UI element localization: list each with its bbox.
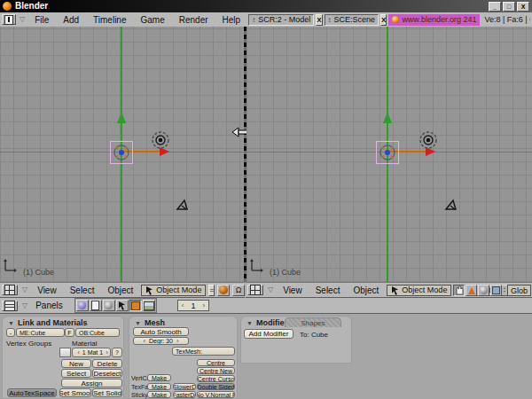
material-help-button[interactable]: ? [112,348,122,357]
mode-selector[interactable]: Object Mode [141,285,206,296]
add-modifier-button[interactable]: Add Modifier [244,329,293,339]
centre-new-button[interactable]: Centre New [197,367,235,374]
editing-context-button[interactable] [129,300,142,311]
shading-context-button[interactable] [103,300,115,311]
draw-type-button[interactable] [217,285,230,296]
header-collapse-icon[interactable]: ▽ [18,16,27,23]
header-collapse-icon[interactable]: ▽ [266,286,275,293]
slower-draw-button[interactable]: SlowerD [173,383,196,390]
material-prev-icon[interactable]: ‹ [77,348,80,356]
camera-icon[interactable] [175,199,190,215]
cube-object-selected[interactable] [110,141,133,164]
menu-object[interactable]: Object [348,286,384,295]
scene-context-button[interactable] [143,300,155,311]
menu-file[interactable]: File [28,15,55,25]
window-type-button[interactable] [2,301,18,311]
centre-button[interactable]: Centre [197,359,235,366]
pivot-button[interactable]: Ω [232,285,245,296]
auto-smooth-toggle[interactable]: Auto Smooth [133,327,189,336]
panel-header[interactable]: ▼ Mesh [135,318,165,327]
vertex-groups-label: Vertex Groups [6,340,51,348]
orientation-selector[interactable]: Glob [507,285,531,296]
mode-selector[interactable]: Object Mode [387,285,451,296]
object-name-field: OB:Cube [75,328,120,337]
object-context-button[interactable] [116,300,129,311]
frame-increment-icon[interactable]: › [202,301,205,309]
manipulator-y-arrow[interactable] [117,112,126,123]
scene-selector[interactable]: ↕ SCE:Scene [325,14,379,26]
texmesh-field[interactable]: TexMesh: [172,347,235,356]
script-context-button[interactable] [90,300,102,311]
screen-selector[interactable]: ↕ SCR:2 - Model [248,14,314,26]
logic-context-button[interactable] [76,300,89,311]
material-new-button[interactable]: New [61,359,91,368]
material-color-swatch[interactable] [59,348,71,357]
scene-close-button[interactable]: X [380,14,387,26]
mesh-datablock-field[interactable]: ME:Cube [16,328,65,337]
degr-slider[interactable]: ‹ Degr: 30 › [133,337,189,345]
window-type-button[interactable] [247,285,263,295]
double-sided-toggle[interactable]: Double Sided [197,383,235,390]
view3d-window-icon [4,285,15,295]
menu-object[interactable]: Object [102,286,138,295]
panel-collapse-icon[interactable]: ▼ [8,320,14,326]
material-select-button[interactable]: Select [61,369,91,378]
frame-number-field[interactable]: ‹ 1 › [177,300,209,311]
menu-add[interactable]: Add [57,15,85,25]
lamp-icon[interactable] [151,130,170,153]
translate-triangle-icon [468,287,475,294]
panel-collapse-icon[interactable]: ▼ [135,320,141,326]
logic-icon [78,301,86,309]
window-type-button[interactable] [2,285,18,295]
menu-help[interactable]: Help [216,15,247,25]
set-solid-button[interactable]: Set Solid [92,388,122,397]
manipulator-hand-toggle[interactable] [453,285,465,296]
faster-draw-button[interactable]: FasterDr [173,391,196,398]
rotate-manipulator-toggle[interactable] [478,285,489,296]
minimize-button[interactable]: _ [489,2,501,12]
mode-dropdown-button[interactable]: = [208,285,215,296]
maximize-button[interactable]: □ [503,2,515,12]
scale-manipulator-toggle[interactable] [490,285,502,296]
no-vnormal-flip-toggle[interactable]: No V.Normal F [197,391,235,398]
fake-user-button[interactable]: F [65,328,74,337]
material-index-field[interactable]: ‹ 1 Mat 1 › [72,348,111,357]
header-collapse-icon[interactable]: ▽ [20,286,29,293]
screen-close-button[interactable]: X [316,14,322,26]
menu-view[interactable]: View [278,286,308,295]
camera-icon[interactable] [443,199,458,215]
vertcol-make-button[interactable]: Make [147,374,171,381]
header-collapse-icon[interactable]: ▽ [20,302,29,309]
manipulator-y-arrow[interactable] [383,112,392,123]
scale-square-icon [492,286,500,294]
material-next-icon[interactable]: › [106,348,108,356]
unlink-mesh-button[interactable]: - [6,328,15,337]
material-delete-button[interactable]: Delete [92,359,122,368]
cube-object-selected[interactable] [376,141,399,164]
close-button[interactable]: X [517,2,529,12]
menu-game[interactable]: Game [135,15,171,25]
window-type-button[interactable] [2,14,16,25]
menu-select[interactable]: Select [65,286,100,295]
panel-header[interactable]: ▼ Link and Materials [8,318,87,327]
sticky-make-button[interactable]: Make [147,391,171,398]
texfac-make-button[interactable]: Make [147,383,171,390]
menu-render[interactable]: Render [173,15,215,25]
material-assign-button[interactable]: Assign [61,379,122,387]
menu-select[interactable]: Select [310,286,346,295]
translate-manipulator-toggle[interactable] [466,285,477,296]
panel-collapse-icon[interactable]: ▼ [246,320,253,326]
viewport-right[interactable]: (1) Cube [246,27,532,282]
degr-increment-icon[interactable]: › [176,337,179,345]
material-deselect-button[interactable]: Deselect [92,369,122,378]
menu-timeline[interactable]: Timeline [87,15,132,25]
degr-decrement-icon[interactable]: ‹ [143,337,145,345]
viewport-left[interactable]: (1) Cube [0,27,244,282]
frame-decrement-icon[interactable]: ‹ [182,301,184,309]
autotexspace-toggle[interactable]: AutoTexSpace [7,388,57,397]
centre-cursor-button[interactable]: Centre Curso [197,375,235,382]
shapes-tab[interactable]: Shapes [285,317,341,327]
menu-view[interactable]: View [32,286,62,295]
set-smooth-button[interactable]: Set Smoot [59,388,91,397]
lamp-icon[interactable] [419,130,438,153]
